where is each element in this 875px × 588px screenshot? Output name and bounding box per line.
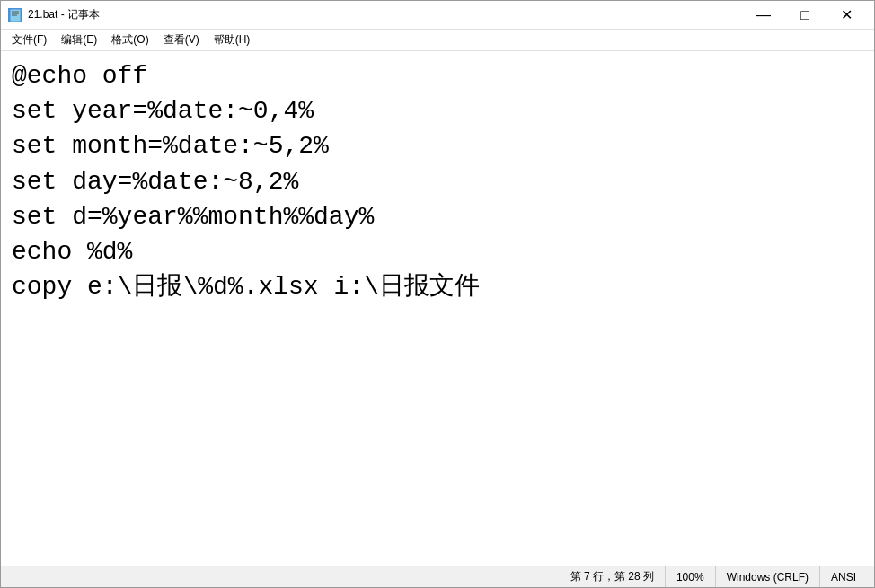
maximize-button[interactable]: □	[784, 1, 826, 30]
menu-format[interactable]: 格式(O)	[104, 31, 155, 50]
menu-view[interactable]: 查看(V)	[156, 31, 207, 50]
text-editor[interactable]: @echo off set year=%date:~0,4% set month…	[1, 51, 874, 566]
encoding: ANSI	[819, 566, 867, 587]
zoom-level: 100%	[665, 566, 715, 587]
status-bar: 第 7 行，第 28 列 100% Windows (CRLF) ANSI	[1, 566, 874, 587]
close-button[interactable]: ✕	[826, 1, 867, 30]
menu-edit[interactable]: 编辑(E)	[54, 31, 104, 50]
app-icon	[8, 8, 22, 22]
cursor-position: 第 7 行，第 28 列	[560, 566, 665, 587]
menu-help[interactable]: 帮助(H)	[207, 31, 258, 50]
menu-bar: 文件(F) 编辑(E) 格式(O) 查看(V) 帮助(H)	[1, 30, 874, 51]
window-controls: — □ ✕	[743, 1, 867, 30]
line-ending: Windows (CRLF)	[715, 566, 819, 587]
notepad-window: 21.bat - 记事本 — □ ✕ 文件(F) 编辑(E) 格式(O) 查看(…	[0, 0, 875, 588]
title-bar: 21.bat - 记事本 — □ ✕	[1, 1, 874, 30]
window-title: 21.bat - 记事本	[28, 7, 743, 22]
minimize-button[interactable]: —	[743, 1, 784, 30]
menu-file[interactable]: 文件(F)	[4, 31, 54, 50]
